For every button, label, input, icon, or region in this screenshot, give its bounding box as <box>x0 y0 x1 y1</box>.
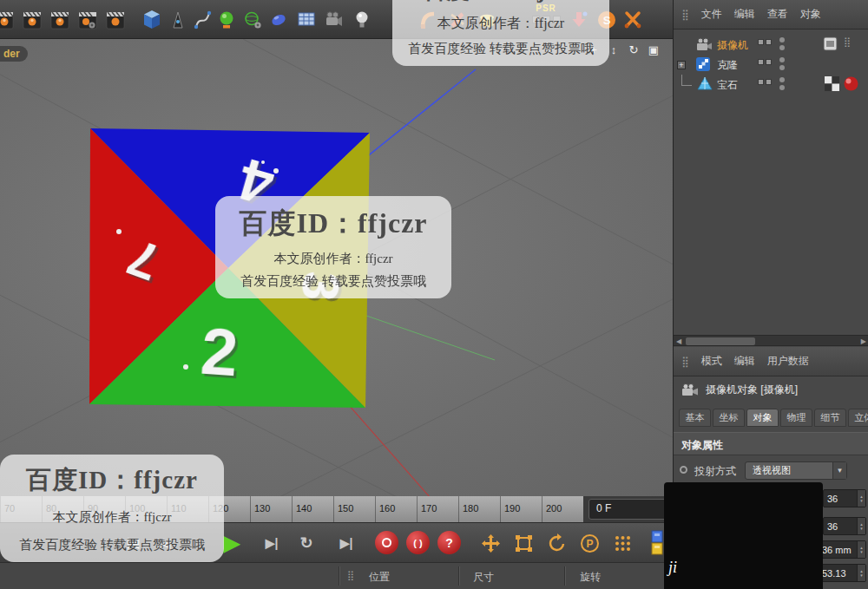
layer-squares-icon[interactable] <box>758 59 772 65</box>
projection-value: 透视视图 <box>753 465 791 475</box>
watermark-bottom-left: 百度ID：ffjczr 本文原创作者：ffjczr 首发百度经验 转载要点赞投票… <box>0 455 224 562</box>
clapper-icon[interactable] <box>0 5 17 34</box>
cloner-object-icon <box>695 56 711 75</box>
equivalent-focal-field[interactable]: 36 mm ▴▾ <box>818 540 866 559</box>
tab-physical[interactable]: 物理 <box>780 409 812 427</box>
expand-icon[interactable]: + <box>677 61 686 69</box>
field-of-view-field[interactable]: 53.13 ▴▾ <box>818 564 866 582</box>
ruler-tick: 140 <box>292 496 333 522</box>
uvw-tag-icon[interactable] <box>825 76 839 91</box>
projection-dropdown[interactable]: 透视视图 ▼ <box>745 461 847 480</box>
am-menu-edit[interactable]: 编辑 <box>734 354 755 369</box>
autokey-button[interactable]: ( ) <box>406 531 430 554</box>
rotate-circle-icon <box>547 533 567 553</box>
clapper-icon[interactable] <box>47 5 73 34</box>
tab-object[interactable]: 对象 <box>746 409 779 427</box>
gem-object-icon <box>697 76 713 95</box>
ruler-tick: 170 <box>417 496 458 522</box>
scroll-left-icon[interactable]: ◀ <box>676 337 681 346</box>
record-pla-button[interactable] <box>608 529 637 557</box>
spline-bean-icon[interactable] <box>266 5 292 34</box>
clapper-gear-icon[interactable] <box>75 5 101 34</box>
object-row-gem[interactable]: 宝石 <box>674 75 868 95</box>
am-menu-userdata[interactable]: 用户数据 <box>767 354 809 369</box>
tab-stereo[interactable]: 立体 <box>848 409 868 427</box>
watermark-id-line: 百度ID：ffjczr <box>10 463 214 498</box>
spline-tool-icon[interactable] <box>189 5 215 34</box>
watermark-center: 百度ID：ffjczr 本文原创作者：ffjczr 首发百度经验 转载要点赞投票… <box>215 196 451 298</box>
tab-details[interactable]: 细节 <box>814 409 846 427</box>
object-row-camera[interactable]: 摄像机 ⣿ <box>674 35 868 55</box>
sensor-size-field[interactable]: 36 ▴▾ <box>823 517 866 535</box>
focal-length-field[interactable]: 36 ▴▾ <box>823 489 866 507</box>
record-ring-icon <box>382 538 391 547</box>
rotate-view-icon[interactable]: ↻ <box>627 43 641 57</box>
visibility-dots-icon[interactable] <box>779 77 785 90</box>
goto-end-button[interactable]: ▶| <box>332 529 361 557</box>
keyframe-selection-button[interactable]: ? <box>437 531 461 554</box>
record-keyframe-button[interactable] <box>375 531 398 554</box>
record-parameter-button[interactable]: P <box>575 529 604 557</box>
layer-squares-icon[interactable] <box>758 39 772 45</box>
wireframe-sphere-gear-icon[interactable] <box>240 5 266 34</box>
next-frame-button[interactable]: ▶| <box>257 529 286 557</box>
motion-camera-icon[interactable] <box>321 5 347 34</box>
scroll-right-icon[interactable]: ▶ <box>861 337 866 346</box>
cinema4d-window: PSR S <box>0 0 868 589</box>
dots-tag-icon[interactable]: ⣿ <box>844 36 858 51</box>
om-menu-view[interactable]: 查看 <box>767 7 788 22</box>
spinner[interactable]: ▴▾ <box>857 541 865 558</box>
keyframe-dot[interactable] <box>680 466 687 474</box>
panel-grid-icon: ⣿ <box>681 356 689 368</box>
array-grid-icon[interactable] <box>293 5 319 34</box>
om-menu-file[interactable]: 文件 <box>701 7 722 22</box>
subdivision-sphere-icon[interactable] <box>214 5 240 34</box>
visibility-dots-icon[interactable] <box>779 37 785 50</box>
layer-squares-icon[interactable] <box>758 79 772 85</box>
object-properties-header: 对象属性 <box>674 432 868 455</box>
object-label: 摄像机 <box>717 38 748 53</box>
current-frame-field[interactable]: 0 F <box>589 499 670 520</box>
am-menu-mode[interactable]: 模式 <box>701 354 722 369</box>
spinner[interactable]: ▴▾ <box>857 565 865 581</box>
material-tag-icon[interactable] <box>844 76 858 91</box>
cube-primitive-icon[interactable] <box>139 5 165 34</box>
om-horizontal-scrollbar[interactable]: ◀ ▶ <box>674 335 868 346</box>
number-2: 2 <box>199 313 240 389</box>
display-tag-icon[interactable] <box>823 36 838 51</box>
visibility-dots-icon[interactable] <box>779 57 785 70</box>
projection-label: 投射方式 <box>694 464 736 479</box>
status-size-label: 尺寸 <box>473 570 494 585</box>
chevron-down-icon: ▼ <box>832 462 846 479</box>
am-object-title: 摄像机对象 [摄像机] <box>674 375 868 404</box>
om-menu-objects[interactable]: 对象 <box>800 7 821 22</box>
watermark-top: 百度ID：ffjczr 本文原创作者：ffjczr 首发百度经验 转载要点赞投票… <box>392 0 609 66</box>
clapper-icon[interactable] <box>19 5 45 34</box>
camera-object-icon <box>695 36 713 55</box>
spinner[interactable]: ▴▾ <box>857 518 865 534</box>
om-menu-edit[interactable]: 编辑 <box>734 7 755 22</box>
record-rotation-button[interactable] <box>542 529 571 557</box>
clapper-icon[interactable] <box>102 5 128 34</box>
tree-connector <box>681 75 692 86</box>
loop-mode-button[interactable]: ↻ <box>292 529 321 557</box>
spinner[interactable]: ▴▾ <box>857 490 865 507</box>
light-bulb-icon[interactable] <box>349 5 375 34</box>
watermark-author-line: 本文原创作者：ffjczr <box>403 15 599 33</box>
pen-tool-icon[interactable] <box>165 5 191 34</box>
tab-basic[interactable]: 基本 <box>679 409 711 427</box>
object-row-cloner[interactable]: + 克隆 <box>674 55 868 75</box>
scale-box-icon <box>514 533 534 553</box>
object-manager-menu: ⣿ 文件 编辑 查看 对象 <box>674 0 868 29</box>
tab-coordinates[interactable]: 坐标 <box>713 409 745 427</box>
grid-icon: ⣿ <box>347 570 354 581</box>
watermark-author-line: 本文原创作者：ffjczr <box>226 251 441 267</box>
camera-title-icon <box>681 383 699 396</box>
watermark-promo-line: 首发百度经验 转载要点赞投票哦 <box>226 273 441 290</box>
record-position-button[interactable] <box>476 529 505 557</box>
toggle-view-icon[interactable]: ▣ <box>647 43 661 57</box>
record-scale-button[interactable] <box>509 529 538 557</box>
scrollbar-handle[interactable] <box>686 337 755 345</box>
scissors-x-icon[interactable] <box>620 5 646 34</box>
ruler-tick: 200 <box>542 496 583 522</box>
